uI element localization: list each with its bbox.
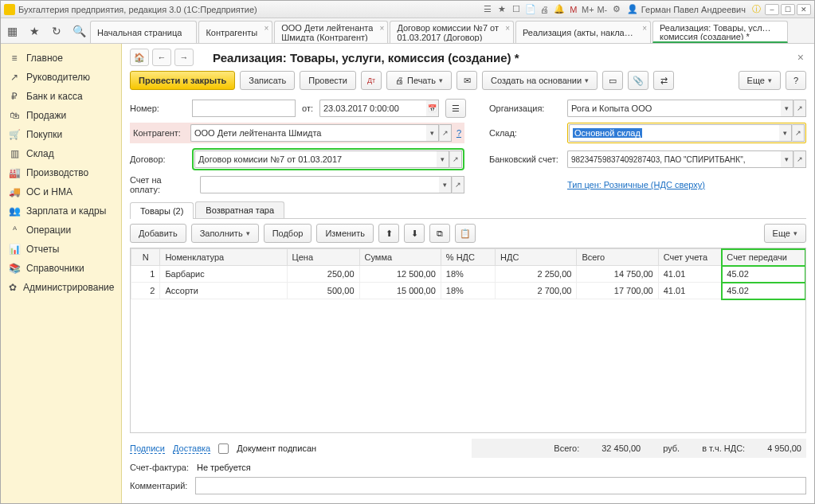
toolbar-icon[interactable]: 🖨 xyxy=(539,4,551,15)
col-nom[interactable]: Номенклатура xyxy=(160,249,287,266)
tab-close-icon[interactable]: × xyxy=(642,24,647,33)
warehouse-input[interactable]: Основной склад ▾ ↗ xyxy=(569,124,805,142)
dropdown-icon[interactable]: ▾ xyxy=(439,176,452,193)
sidebar-item[interactable]: ᴬОперации xyxy=(1,221,121,240)
forward-button[interactable]: → xyxy=(174,49,194,66)
toolbar-icon[interactable]: M xyxy=(568,4,579,15)
sidebar-item[interactable]: 🚚ОС и НМА xyxy=(1,182,121,201)
record-button[interactable]: Записать xyxy=(240,71,295,90)
tab-contragent-card[interactable]: ООО Дети лейтенантаШмидта (Контрагент)× xyxy=(274,21,388,43)
open-icon[interactable]: ↗ xyxy=(439,124,452,142)
pick-button[interactable]: Подбор xyxy=(264,224,312,243)
date-input[interactable]: 23.03.2017 0:00:00 📅 xyxy=(319,100,439,117)
toolbar-icon[interactable]: ★ xyxy=(496,4,507,15)
sidebar-item[interactable]: ▥Склад xyxy=(1,144,121,163)
post-button[interactable]: Провести xyxy=(300,71,356,90)
help-button[interactable]: ? xyxy=(786,71,806,90)
move-up-button[interactable]: ⬆ xyxy=(378,224,399,243)
toolbar-icon[interactable]: M+ xyxy=(582,4,594,15)
star-icon[interactable]: ★ xyxy=(23,18,45,43)
history-icon[interactable]: ↻ xyxy=(45,18,68,43)
col-acct[interactable]: Счет передачи xyxy=(722,249,805,266)
debit-credit-button[interactable]: Дт xyxy=(361,71,382,90)
dropdown-icon[interactable]: ▾ xyxy=(779,124,792,142)
sidebar-item[interactable]: ✿Администрирование xyxy=(1,278,121,297)
calendar-icon[interactable]: 📅 xyxy=(426,100,439,117)
search-icon[interactable]: 🔍 xyxy=(68,18,90,43)
col-vat[interactable]: НДС xyxy=(496,249,577,266)
col-sum[interactable]: Сумма xyxy=(359,249,441,266)
tab-contragents[interactable]: Контрагенты× xyxy=(198,21,272,43)
more-button[interactable]: Еще ▾ xyxy=(739,71,781,90)
col-vatp[interactable]: % НДС xyxy=(441,249,495,266)
bank-input[interactable]: 98234759837409287403, ПАО "СПИРИТБАНК", … xyxy=(567,150,806,168)
attach-button[interactable]: 📎 xyxy=(628,71,648,90)
toolbar-icon[interactable]: ☐ xyxy=(511,4,522,15)
sidebar-item[interactable]: 📊Отчеты xyxy=(1,240,121,259)
toolbar-icon[interactable]: M- xyxy=(597,4,608,15)
doc-signed-checkbox[interactable] xyxy=(218,443,229,454)
pricetype-link[interactable]: Тип цен: Розничные (НДС сверху) xyxy=(567,180,806,189)
number-input[interactable] xyxy=(192,100,296,117)
close-page-button[interactable]: × xyxy=(795,51,806,64)
table-row[interactable]: 1Барбарис250,0012 500,0018%2 250,0014 75… xyxy=(131,266,805,283)
tab-sales-list[interactable]: Реализация (акты, накладные)× xyxy=(515,21,651,43)
delivery-link[interactable]: Доставка xyxy=(173,443,210,454)
date-extra-button[interactable]: ☰ xyxy=(445,99,466,118)
toolbar-icon[interactable]: ⚙ xyxy=(611,4,622,15)
sidebar-item[interactable]: 🛍Продажи xyxy=(1,106,121,125)
open-icon[interactable]: ↗ xyxy=(793,100,806,117)
post-and-close-button[interactable]: Провести и закрыть xyxy=(130,71,235,90)
col-price[interactable]: Цена xyxy=(287,249,359,266)
tab-home[interactable]: Начальная страница xyxy=(90,21,197,43)
tab-goods[interactable]: Товары (2) xyxy=(130,202,194,219)
fill-button[interactable]: Заполнить ▾ xyxy=(191,224,259,243)
goods-table[interactable]: N Номенклатура Цена Сумма % НДС НДС Всег… xyxy=(130,248,806,433)
maximize-button[interactable]: ☐ xyxy=(781,4,795,15)
paste-button[interactable]: 📋 xyxy=(455,224,476,243)
dropdown-icon[interactable]: ▾ xyxy=(426,124,439,142)
open-icon[interactable]: ↗ xyxy=(793,150,806,168)
col-total[interactable]: Всего xyxy=(577,249,658,266)
close-button[interactable]: ✕ xyxy=(797,4,811,15)
toolbar-icon[interactable]: 🔔 xyxy=(554,4,565,15)
tab-sales-create[interactable]: Реализация: Товары, услуги,комиссия (соз… xyxy=(652,21,788,43)
move-down-button[interactable]: ⬇ xyxy=(404,224,425,243)
col-n[interactable]: N xyxy=(131,249,160,266)
open-icon[interactable]: ↗ xyxy=(452,176,464,193)
back-button[interactable]: ← xyxy=(152,49,171,66)
contragent-help-link[interactable]: ? xyxy=(456,128,461,138)
table-more-button[interactable]: Еще ▾ xyxy=(764,224,806,243)
contragent-input[interactable]: ООО Дети лейтенанта Шмидта ▾ ↗ xyxy=(190,124,452,142)
sidebar-item[interactable]: 🏭Производство xyxy=(1,163,121,182)
email-button[interactable]: ✉ xyxy=(456,71,477,90)
open-icon[interactable]: ↗ xyxy=(792,124,805,142)
add-button[interactable]: Добавить xyxy=(130,224,186,243)
signatures-link[interactable]: Подписи xyxy=(130,443,165,454)
sidebar-item[interactable]: 📚Справочники xyxy=(1,259,121,278)
contract-input[interactable]: Договор комисии №7 от 01.03.2017 ▾ ↗ xyxy=(194,150,462,168)
sidebar-item[interactable]: 🛒Покупки xyxy=(1,125,121,144)
org-input[interactable]: Рога и Копыта ООО ▾ ↗ xyxy=(567,100,806,117)
table-row[interactable]: 2Ассорти500,0015 000,0018%2 700,0017 700… xyxy=(131,283,805,299)
payacc-input[interactable]: ▾ ↗ xyxy=(200,176,464,193)
tab-tare[interactable]: Возвратная тара xyxy=(195,201,284,218)
sidebar-item[interactable]: ↗Руководителю xyxy=(1,68,121,87)
minimize-button[interactable]: – xyxy=(765,4,779,15)
tab-close-icon[interactable]: × xyxy=(505,24,510,33)
tab-close-icon[interactable]: × xyxy=(380,24,385,33)
create-based-button[interactable]: Создать на основании ▾ xyxy=(482,71,598,90)
copy-button[interactable]: ⧉ xyxy=(429,224,450,243)
sidebar-item[interactable]: ≡Главное xyxy=(1,49,121,68)
home-button[interactable]: 🏠 xyxy=(130,49,149,66)
info-icon[interactable]: ⓘ xyxy=(750,4,762,15)
sidebar-item[interactable]: 👥Зарплата и кадры xyxy=(1,201,121,221)
toolbar-icon[interactable]: ☰ xyxy=(482,4,493,15)
comment-input[interactable] xyxy=(195,477,806,494)
sidebar-item[interactable]: ₽Банк и касса xyxy=(1,87,121,106)
apps-icon[interactable]: ▦ xyxy=(1,18,23,43)
tab-contract[interactable]: Договор комиссии №7 от01.03.2017 (Догово… xyxy=(390,21,514,43)
edi-button[interactable]: ⇄ xyxy=(653,71,674,90)
open-icon[interactable]: ↗ xyxy=(449,150,462,168)
structure-button[interactable]: ▭ xyxy=(602,71,623,90)
